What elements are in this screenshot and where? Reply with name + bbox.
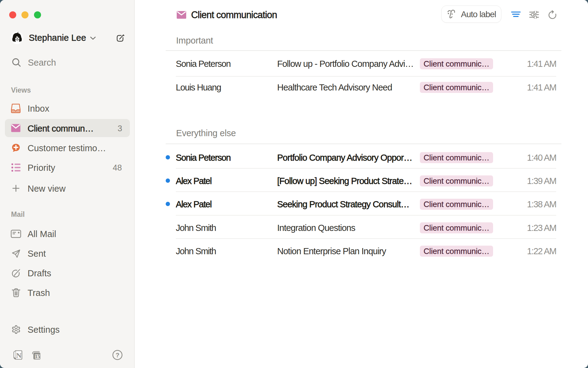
svg-text:N: N bbox=[16, 351, 22, 359]
svg-text:15: 15 bbox=[35, 354, 40, 359]
svg-text:?: ? bbox=[115, 352, 119, 358]
